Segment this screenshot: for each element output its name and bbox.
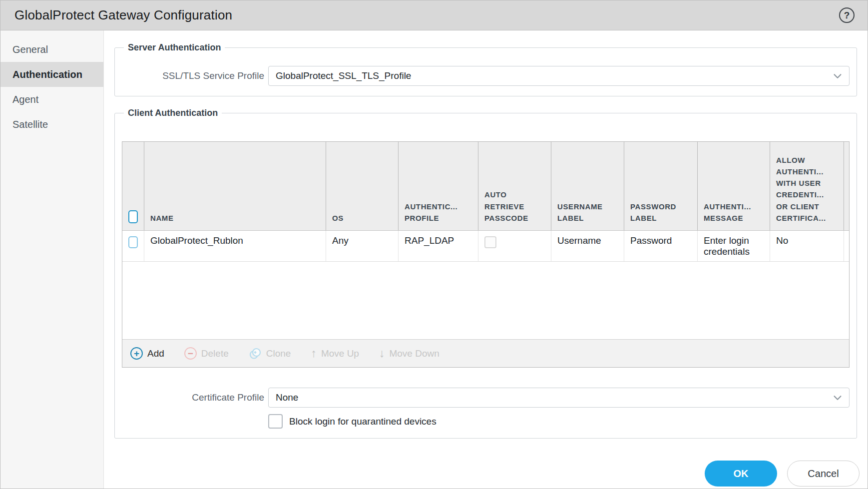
column-header-spacer xyxy=(844,142,849,230)
chevron-down-icon xyxy=(826,392,849,403)
certificate-profile-label: Certificate Profile xyxy=(122,392,264,403)
select-all-checkbox-cell xyxy=(122,142,144,230)
sidebar-item-agent[interactable]: Agent xyxy=(0,87,103,112)
table-header-row: NAME OS AUTHENTIC... PROFILE AUTO RETRIE… xyxy=(122,142,849,231)
cell-username-label: Username xyxy=(551,231,624,261)
column-header-username-label[interactable]: USERNAME LABEL xyxy=(551,142,624,230)
column-header-allow-authentication[interactable]: ALLOW AUTHENTI... WITH USER CREDENTI... … xyxy=(770,142,844,230)
sidebar-item-satellite[interactable]: Satellite xyxy=(0,112,103,137)
certificate-profile-select[interactable]: None xyxy=(268,388,850,408)
client-authentication-section: Client Authentication NAME OS AUTHENTIC.… xyxy=(114,108,857,439)
cell-password-label: Password xyxy=(624,231,698,261)
globalprotect-gateway-configuration-dialog: GlobalProtect Gateway Configuration ? Ge… xyxy=(0,0,868,489)
dialog-footer: OK Cancel xyxy=(104,461,868,487)
column-header-password-label[interactable]: PASSWORD LABEL xyxy=(624,142,698,230)
sidebar-item-authentication[interactable]: Authentication xyxy=(0,62,103,87)
sidebar-item-general[interactable]: General xyxy=(0,37,103,62)
block-login-label: Block login for quarantined devices xyxy=(289,416,436,427)
help-icon[interactable]: ? xyxy=(839,7,855,23)
column-header-authentication-profile[interactable]: AUTHENTIC... PROFILE xyxy=(399,142,478,230)
main-panel: Server Authentication SSL/TLS Service Pr… xyxy=(104,30,868,489)
dialog-title: GlobalProtect Gateway Configuration xyxy=(14,7,839,23)
move-down-button: ↓ Move Down xyxy=(379,348,439,359)
column-header-os[interactable]: OS xyxy=(326,142,399,230)
chevron-down-icon xyxy=(826,70,849,81)
delete-icon: − xyxy=(184,347,197,360)
ssl-tls-service-profile-value: GlobalProtect_SSL_TLS_Profile xyxy=(269,70,826,81)
client-authentication-legend: Client Authentication xyxy=(124,108,222,118)
ok-button[interactable]: OK xyxy=(705,461,777,487)
cell-authentication-profile: RAP_LDAP xyxy=(399,231,478,261)
add-icon: + xyxy=(130,347,143,360)
table-toolbar: + Add − Delete xyxy=(122,339,849,367)
row-checkbox-cell xyxy=(122,231,144,261)
column-header-name[interactable]: NAME xyxy=(144,142,326,230)
cancel-button[interactable]: Cancel xyxy=(787,461,860,487)
cell-name[interactable]: GlobalProtect_Rublon xyxy=(144,231,326,261)
cell-allow-authentication: No xyxy=(770,231,844,261)
ssl-tls-service-profile-label: SSL/TLS Service Profile xyxy=(122,70,264,81)
cell-spacer xyxy=(844,231,849,261)
clone-icon xyxy=(249,347,262,360)
select-all-checkbox[interactable] xyxy=(128,210,138,223)
server-authentication-section: Server Authentication SSL/TLS Service Pr… xyxy=(114,42,857,96)
table-empty-area xyxy=(122,262,849,339)
ssl-tls-service-profile-select[interactable]: GlobalProtect_SSL_TLS_Profile xyxy=(268,66,850,86)
cell-authentication-message: Enter login credentials xyxy=(698,231,770,261)
row-checkbox[interactable] xyxy=(128,236,138,248)
auto-retrieve-passcode-checkbox xyxy=(484,236,496,248)
move-up-icon: ↑ xyxy=(311,348,317,359)
move-up-button: ↑ Move Up xyxy=(311,348,359,359)
move-down-icon: ↓ xyxy=(379,348,385,359)
add-button[interactable]: + Add xyxy=(130,347,164,360)
server-authentication-legend: Server Authentication xyxy=(124,42,225,53)
titlebar: GlobalProtect Gateway Configuration ? xyxy=(0,0,868,30)
sidebar: General Authentication Agent Satellite xyxy=(0,30,104,489)
column-header-auto-retrieve-passcode[interactable]: AUTO RETRIEVE PASSCODE xyxy=(478,142,551,230)
clone-button: Clone xyxy=(249,347,291,360)
certificate-profile-value: None xyxy=(269,392,826,403)
column-header-authentication-message[interactable]: AUTHENTI... MESSAGE xyxy=(698,142,770,230)
table-row[interactable]: GlobalProtect_Rublon Any RAP_LDAP Userna… xyxy=(122,231,849,262)
cell-os: Any xyxy=(326,231,399,261)
cell-auto-retrieve-passcode xyxy=(478,231,551,261)
client-authentication-table: NAME OS AUTHENTIC... PROFILE AUTO RETRIE… xyxy=(122,141,850,368)
delete-button: − Delete xyxy=(184,347,229,360)
block-login-checkbox[interactable] xyxy=(268,414,283,429)
